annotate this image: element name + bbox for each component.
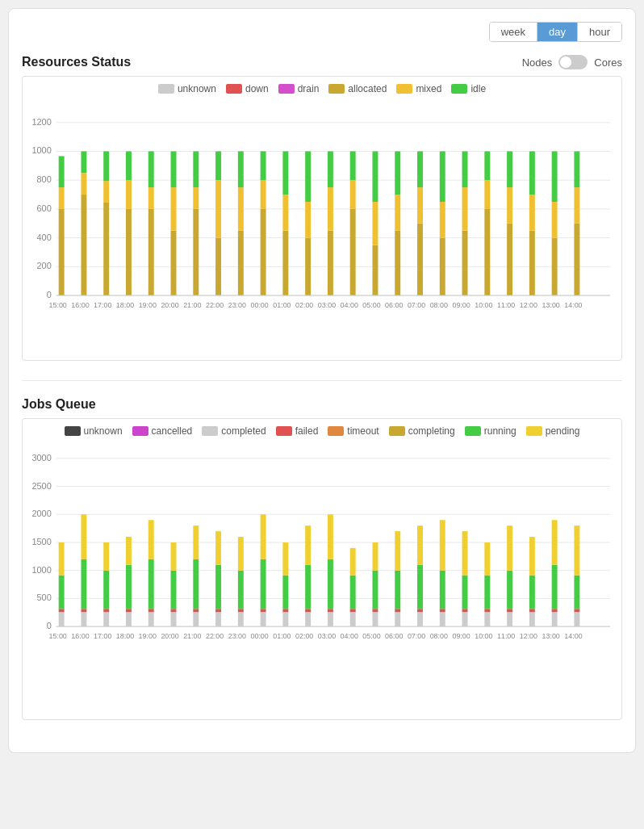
svg-rect-140 [126,537,132,565]
svg-rect-190 [417,609,423,613]
time-button-group: week day hour [489,22,622,42]
resources-chart-svg: 1200 1000 800 600 400 200 0 [26,101,618,357]
svg-rect-145 [171,613,177,627]
legend-idle: idle [451,83,486,94]
svg-text:1000: 1000 [31,565,51,575]
drain-label: drain [298,83,320,94]
svg-text:1500: 1500 [31,537,51,546]
svg-rect-26 [148,209,154,295]
svg-rect-139 [126,565,132,609]
resources-header: Resources Status Nodes Cores [22,55,622,69]
svg-rect-125 [59,613,65,627]
svg-rect-206 [507,609,512,613]
svg-text:03:00: 03:00 [318,301,336,309]
svg-text:19:00: 19:00 [139,632,157,640]
svg-text:00:00: 00:00 [250,301,268,309]
j-legend-failed: failed [276,425,319,437]
svg-rect-79 [529,151,535,195]
svg-text:17:00: 17:00 [94,301,111,309]
svg-rect-201 [484,613,490,627]
svg-rect-61 [395,151,400,195]
svg-rect-70 [462,151,468,187]
svg-text:00:00: 00:00 [250,632,268,640]
toggle-switch[interactable] [558,55,588,69]
jobs-legend: unknown cancelled completed failed timeo… [26,425,618,437]
svg-text:01:00: 01:00 [273,301,291,309]
j-legend-cancelled: cancelled [132,425,193,437]
svg-rect-78 [529,195,535,231]
svg-rect-19 [81,151,86,173]
svg-rect-22 [103,151,109,181]
svg-rect-162 [261,609,266,613]
svg-rect-196 [440,521,445,571]
jobs-chart-svg: 3000 2500 2000 1500 1000 500 0 [26,443,618,715]
svg-rect-178 [350,609,356,613]
j-legend-unknown: unknown [65,425,123,437]
j-legend-running: running [465,425,516,437]
svg-rect-165 [282,613,288,627]
svg-rect-20 [103,203,109,295]
legend-mixed: mixed [396,83,441,94]
svg-text:08:00: 08:00 [430,301,448,309]
svg-rect-150 [193,609,199,613]
svg-rect-184 [372,542,378,571]
svg-rect-207 [507,571,512,609]
svg-rect-83 [574,224,579,295]
hour-button[interactable]: hour [578,23,621,41]
svg-rect-138 [126,609,132,613]
svg-rect-158 [238,609,244,613]
svg-rect-187 [395,571,400,609]
svg-rect-181 [372,613,378,627]
svg-text:07:00: 07:00 [408,301,425,309]
svg-rect-141 [148,613,154,627]
svg-rect-62 [417,224,423,295]
j-completing-label: completing [408,425,455,437]
svg-rect-168 [282,542,288,576]
svg-rect-39 [238,187,244,231]
svg-rect-153 [215,613,221,627]
svg-text:12:00: 12:00 [520,632,537,640]
j-completing-swatch [389,426,405,436]
svg-rect-60 [395,195,400,231]
svg-text:15:00: 15:00 [49,301,67,309]
svg-text:11:00: 11:00 [497,301,515,309]
svg-rect-43 [261,151,266,180]
svg-rect-213 [552,613,558,627]
svg-text:3000: 3000 [31,453,51,463]
svg-text:05:00: 05:00 [362,632,380,640]
svg-rect-169 [305,613,311,627]
svg-rect-202 [484,609,490,613]
svg-rect-155 [215,565,221,609]
j-failed-label: failed [295,425,319,437]
svg-rect-142 [148,609,154,613]
svg-rect-203 [484,576,490,609]
svg-text:21:00: 21:00 [183,301,201,309]
j-legend-completing: completing [389,425,455,437]
svg-rect-68 [462,231,468,295]
j-legend-pending: pending [526,425,580,437]
svg-rect-156 [215,531,221,565]
svg-rect-67 [440,151,445,201]
svg-rect-17 [81,195,86,295]
allocated-label: allocated [348,83,387,94]
svg-text:500: 500 [37,593,52,603]
resources-chart-area: 1200 1000 800 600 400 200 0 [26,101,618,357]
week-button[interactable]: week [490,23,537,41]
j-running-swatch [465,426,481,436]
svg-rect-129 [81,613,86,627]
day-button[interactable]: day [537,23,578,41]
j-unknown-label: unknown [84,425,123,437]
svg-rect-37 [215,151,221,180]
svg-rect-177 [350,613,356,627]
svg-text:600: 600 [37,203,52,213]
svg-text:2500: 2500 [31,481,51,491]
svg-rect-64 [417,151,423,187]
svg-rect-50 [328,231,333,295]
svg-rect-53 [350,209,356,295]
svg-rect-74 [507,224,512,295]
svg-rect-137 [126,613,132,627]
svg-rect-134 [103,609,109,613]
jobs-chart-area: 3000 2500 2000 1500 1000 500 0 [26,443,618,715]
resources-title: Resources Status [22,55,131,69]
svg-rect-131 [81,559,86,609]
